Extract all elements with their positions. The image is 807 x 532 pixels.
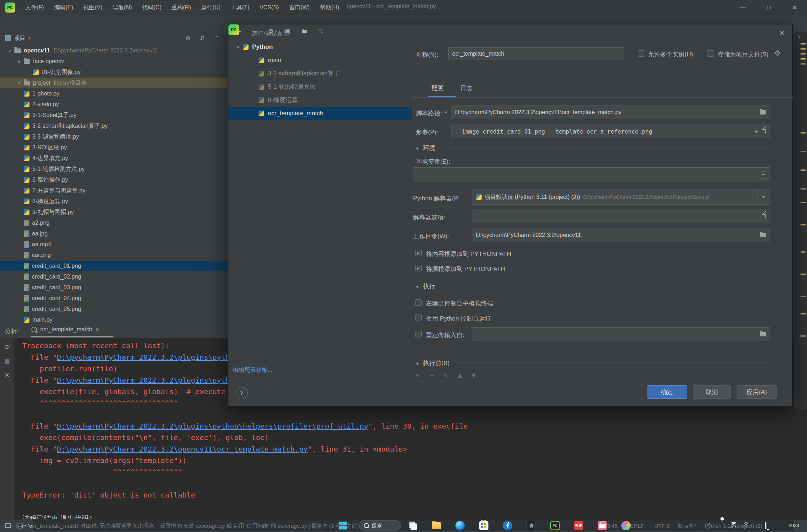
remove-task-icon[interactable]: −	[429, 372, 434, 379]
add-macro-icon[interactable]: +	[755, 128, 758, 135]
menu-item[interactable]: 导航(N)	[107, 0, 137, 15]
dialog-close-icon[interactable]: ✕	[779, 29, 785, 37]
project-tree-item[interactable]: a2.png	[0, 218, 229, 228]
menu-item[interactable]: 窗口(W)	[284, 0, 315, 15]
cancel-button[interactable]: 取消	[693, 385, 731, 399]
expand-field-icon[interactable]	[762, 214, 766, 218]
menu-item[interactable]: 文件(F)	[20, 0, 49, 15]
expander-open-icon[interactable]: ∨	[5, 48, 14, 53]
config-tree-item[interactable]: 5-1-轮廓检测方法	[228, 80, 412, 93]
pycharm-taskbar-icon[interactable]: PC	[549, 520, 560, 531]
file-explorer-icon[interactable]	[431, 520, 442, 531]
add-task-icon[interactable]: +	[415, 372, 420, 379]
stack-trace-link[interactable]: D:\pycharm\PyCharm 2022.3.2\plugins\pyth	[57, 376, 230, 384]
maximize-button[interactable]: □	[761, 0, 777, 15]
ime-indicator[interactable]: 英	[731, 521, 736, 528]
project-tree-item[interactable]: 3-3-滤波和阈值.py	[0, 131, 229, 142]
emulate-terminal-checkbox[interactable]	[415, 299, 422, 306]
browse-folder-icon[interactable]	[760, 110, 766, 115]
project-tree-item[interactable]: 8-梯度运算.py	[0, 196, 229, 207]
tab-logs[interactable]: 日志	[460, 84, 472, 92]
edit-task-icon[interactable]: ✎	[444, 372, 448, 379]
monitor-tray-icon[interactable]	[765, 523, 766, 528]
project-tree-item[interactable]: 9-礼帽与黑帽.py	[0, 207, 229, 218]
menu-item[interactable]: 重构(R)	[167, 0, 196, 15]
ok-button[interactable]: 确定	[647, 385, 687, 399]
taskbar-search[interactable]: 搜索	[359, 520, 401, 531]
project-tree-item[interactable]: 3-2-scharr和lapkacian算子.py	[0, 121, 229, 131]
store-options-gear-icon[interactable]: ⚙	[774, 50, 781, 57]
interpreter-select[interactable]: 项目默认值 (Python 3.11 (project) (2)) D:\pyc…	[472, 190, 770, 205]
project-tree-item[interactable]: credit_card_03.png	[0, 282, 229, 293]
project-tree-item[interactable]: 6-腐蚀操作.py	[0, 174, 229, 185]
rerun-profiler-icon[interactable]: ⟳	[4, 344, 9, 350]
menu-item[interactable]: 帮助(H)	[315, 0, 344, 15]
msi-center-icon[interactable]	[502, 520, 513, 531]
project-tree-item[interactable]: aa.mp4	[0, 239, 229, 250]
env-vars-editor-icon[interactable]	[761, 172, 766, 178]
menu-item[interactable]: 运行(U)	[196, 0, 226, 15]
project-tree-item[interactable]: 1-photo.py	[0, 88, 229, 99]
msi-app-icon[interactable]	[526, 520, 537, 531]
project-tree-item[interactable]: 2-viedo.py	[0, 99, 229, 110]
bilibili-icon[interactable]	[597, 520, 608, 531]
store-as-project-file-checkbox[interactable]	[708, 50, 714, 57]
menu-item[interactable]: 编辑(E)	[49, 0, 78, 15]
add-content-roots-checkbox[interactable]: ✓	[415, 250, 422, 256]
project-tree-item[interactable]: 7-开运算与闭运算.py	[0, 185, 229, 196]
apply-button[interactable]: 应用(A)	[737, 385, 777, 399]
expander-closed-icon[interactable]: >	[14, 80, 24, 86]
add-source-roots-checkbox[interactable]: ✓	[415, 265, 422, 271]
move-up-icon[interactable]: ▲	[458, 372, 462, 379]
project-panel-header[interactable]: 项目 ▾	[0, 32, 229, 45]
browse-folder-icon[interactable]	[760, 233, 766, 237]
edit-configuration-templates-link[interactable]: 编辑配置模板...	[233, 367, 272, 374]
move-down-icon[interactable]: ▼	[472, 372, 476, 379]
redirect-input-input[interactable]	[472, 327, 770, 341]
project-tree-item[interactable]: ∨face opencv	[0, 56, 229, 67]
locate-file-icon[interactable]: ⊕	[185, 34, 190, 42]
menu-item[interactable]: 代码(C)	[137, 0, 166, 15]
before-launch-chevron-icon[interactable]: ▼	[415, 361, 419, 366]
project-tree-item[interactable]: >projectlibrary根目录	[0, 78, 229, 88]
redirect-input-checkbox[interactable]	[415, 331, 422, 337]
config-tree-root[interactable]: ∨Python	[228, 40, 412, 53]
expander-open-icon[interactable]: ∨	[14, 59, 24, 64]
interpreter-dropdown-icon[interactable]: ▼	[757, 190, 770, 204]
close-tab-icon[interactable]: ✕	[95, 327, 99, 332]
app-avatar-icon[interactable]	[621, 520, 631, 531]
start-button-icon[interactable]	[338, 520, 348, 531]
menu-item[interactable]: VCS(S)	[254, 0, 284, 15]
config-tree-item[interactable]: main	[228, 53, 412, 67]
expander-open-icon[interactable]: ∨	[233, 44, 243, 50]
stack-trace-link[interactable]: D:\pycharm\PyCharm 2022.3.2\plugins\pyth	[57, 353, 230, 361]
allow-multiple-instances-checkbox[interactable]	[638, 50, 644, 57]
expand-all-icon[interactable]: ⇵	[200, 34, 205, 42]
project-tree-item[interactable]: credit_card_01.png	[0, 261, 229, 271]
script-path-input[interactable]: D:\pycharm\PyCharm 2022.3.2\opencv11\ocr…	[451, 106, 770, 119]
project-tree-item[interactable]: car.png	[0, 250, 229, 261]
env-vars-input[interactable]	[413, 167, 770, 182]
config-tree-item[interactable]: ocr_template_match	[228, 107, 412, 120]
menu-item[interactable]: 工具(T)	[226, 0, 254, 15]
project-tree-item[interactable]: 3-1-Sobel算子.py	[0, 110, 229, 121]
help-button[interactable]: ?	[236, 387, 248, 399]
stack-trace-link[interactable]: D:\pycharm\PyCharm 2022.3.2\plugins\pyth…	[57, 422, 368, 430]
stack-trace-link[interactable]: D:\pycharm\PyCharm 2022.3.2\opencv11\ocr…	[57, 445, 307, 453]
before-launch-toolbar[interactable]: + − ✎ ▲ ▼	[415, 372, 476, 379]
minimize-button[interactable]: —	[735, 0, 751, 15]
edge-browser-icon[interactable]	[455, 520, 465, 531]
tray-clock[interactable]: 2023	[789, 523, 799, 528]
browse-folder-icon[interactable]	[760, 332, 766, 336]
tray-chevron-icon[interactable]: ^	[708, 522, 711, 528]
tab-configuration[interactable]: 配置	[431, 84, 444, 92]
project-tree-item[interactable]: credit_card_05.png	[0, 304, 229, 314]
collapse-all-icon[interactable]: ⌃	[214, 34, 219, 42]
project-tree-item[interactable]: ∨opencv11D:\pycharm\PyCharm 2022.3.2\ope…	[0, 45, 229, 56]
expand-field-icon[interactable]	[762, 129, 766, 134]
name-input[interactable]: ocr_template_match	[448, 47, 624, 60]
config-tree-item[interactable]: 8-梯度运算	[228, 93, 412, 107]
project-tree-item[interactable]: 01-识别图像.py	[0, 67, 229, 78]
window-status-icon[interactable]	[5, 523, 11, 528]
close-button[interactable]: ✕	[787, 0, 803, 15]
